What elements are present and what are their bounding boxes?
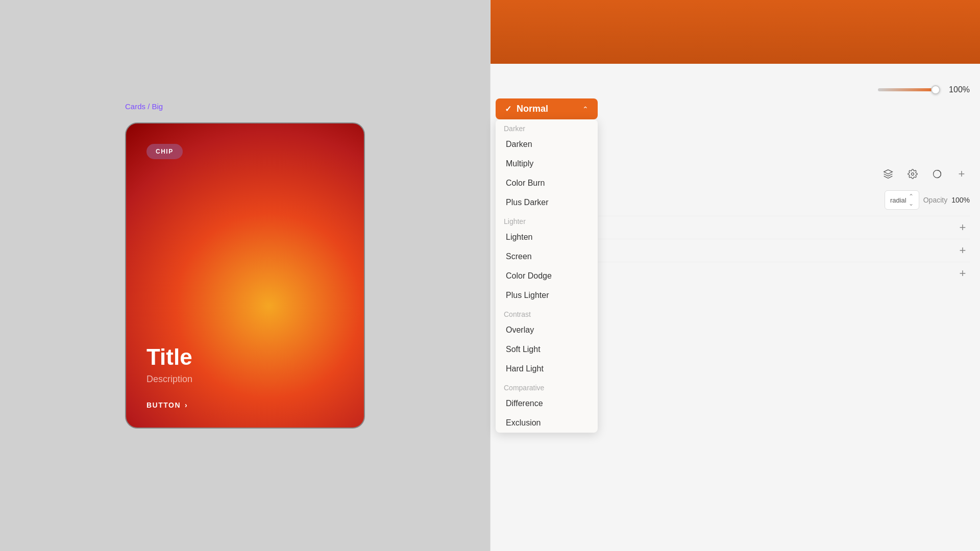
- fill-opacity-value: 100%: [951, 196, 970, 204]
- blend-item-color-burn[interactable]: Color Burn: [496, 173, 598, 193]
- breadcrumb: Cards / Big: [125, 102, 163, 111]
- blend-item-difference[interactable]: Difference: [496, 394, 598, 413]
- gear-icon[interactable]: [904, 166, 921, 182]
- handle-tl[interactable]: [125, 122, 129, 126]
- section-header-comparative: Comparative: [496, 379, 598, 394]
- blend-item-lighten[interactable]: Lighten: [496, 228, 598, 247]
- opacity-row: 100%: [878, 85, 970, 94]
- blend-item-hard-light[interactable]: Hard Light: [496, 359, 598, 379]
- card-chip: CHIP: [146, 144, 183, 159]
- chevron-up-icon: ⌃: [582, 105, 589, 113]
- blend-dropdown-container: ✓ Normal ⌃ Darker Darken Multiply Color …: [496, 98, 598, 433]
- type-stepper[interactable]: ⌃⌄: [909, 193, 914, 207]
- blend-selected[interactable]: ✓ Normal ⌃: [496, 98, 598, 119]
- opacity-slider[interactable]: [878, 88, 939, 91]
- card-description: Description: [146, 374, 344, 385]
- blend-item-exclusion[interactable]: Exclusion: [496, 413, 598, 433]
- handle-bl[interactable]: [125, 425, 129, 429]
- section-header-darker: Darker: [496, 119, 598, 135]
- blend-item-overlay[interactable]: Overlay: [496, 320, 598, 340]
- handle-br[interactable]: [361, 425, 365, 429]
- card: CHIP Title Description BUTTON ›: [125, 122, 365, 429]
- add-shadow-button[interactable]: +: [955, 243, 970, 258]
- blend-item-soft-light[interactable]: Soft Light: [496, 340, 598, 359]
- bottom-panel: [491, 0, 980, 64]
- layers-icon[interactable]: [880, 166, 896, 182]
- handle-tr[interactable]: [361, 122, 365, 126]
- card-title: Title: [146, 344, 344, 370]
- svg-point-0: [912, 173, 914, 176]
- blend-item-color-dodge[interactable]: Color Dodge: [496, 266, 598, 286]
- mask-icon[interactable]: [929, 166, 945, 182]
- canvas-inner: Cards / Big CHIP Title Description BUTTO…: [125, 122, 365, 429]
- check-icon: ✓: [505, 104, 511, 114]
- blend-item-multiply[interactable]: Multiply: [496, 154, 598, 173]
- opacity-value: 100%: [944, 85, 970, 94]
- type-value: radial: [890, 196, 906, 204]
- panel-content: 100% ✓ Normal ⌃ Darker Darken Multiply C…: [491, 43, 980, 64]
- section-header-lighter: Lighter: [496, 212, 598, 228]
- section-icons: +: [880, 166, 970, 182]
- blend-dropdown-list: Darker Darken Multiply Color Burn Plus D…: [496, 119, 598, 433]
- blend-item-screen[interactable]: Screen: [496, 247, 598, 266]
- blend-selected-label: Normal: [517, 104, 577, 114]
- blend-item-plus-lighter[interactable]: Plus Lighter: [496, 286, 598, 305]
- opacity-label: Opacity: [923, 196, 947, 204]
- add-stroke-button[interactable]: +: [955, 220, 970, 235]
- card-button: BUTTON ›: [146, 401, 344, 409]
- blend-item-darken[interactable]: Darken: [496, 135, 598, 154]
- blend-item-plus-darker[interactable]: Plus Darker: [496, 193, 598, 212]
- right-panel: + Create Update Detach ··· More: [490, 0, 980, 551]
- opacity-thumb[interactable]: [931, 85, 940, 94]
- add-inner-shadow-button[interactable]: +: [955, 266, 970, 281]
- canvas-area: Cards / Big CHIP Title Description BUTTO…: [0, 0, 490, 551]
- add-fill-icon[interactable]: +: [953, 166, 970, 182]
- section-header-contrast: Contrast: [496, 305, 598, 320]
